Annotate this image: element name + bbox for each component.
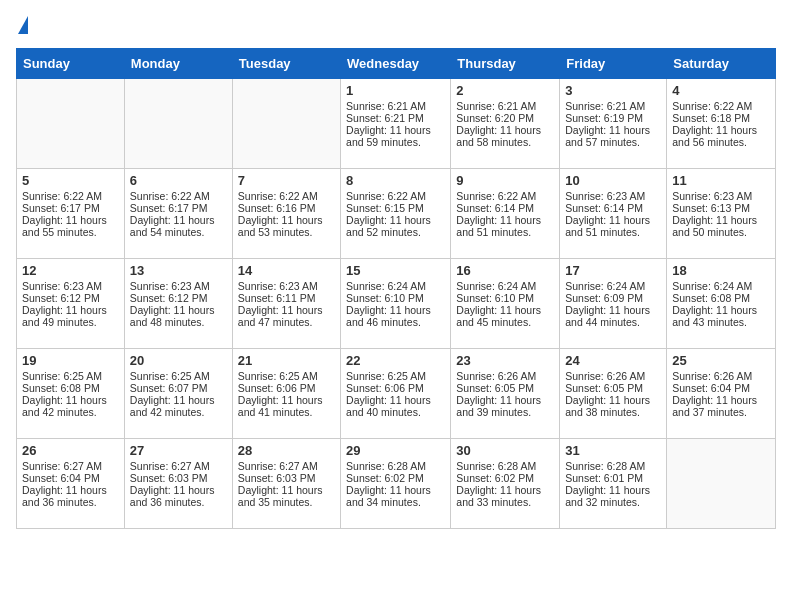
day-info: Daylight: 11 hours and 51 minutes.: [565, 214, 661, 238]
day-info: Daylight: 11 hours and 57 minutes.: [565, 124, 661, 148]
calendar-cell: 20Sunrise: 6:25 AMSunset: 6:07 PMDayligh…: [124, 349, 232, 439]
day-info: Sunrise: 6:28 AM: [456, 460, 554, 472]
calendar-cell: 8Sunrise: 6:22 AMSunset: 6:15 PMDaylight…: [341, 169, 451, 259]
day-info: Sunrise: 6:24 AM: [346, 280, 445, 292]
logo-triangle-icon: [18, 16, 28, 34]
day-info: Sunset: 6:17 PM: [22, 202, 119, 214]
day-info: Sunrise: 6:27 AM: [22, 460, 119, 472]
day-info: Sunset: 6:08 PM: [672, 292, 770, 304]
day-info: Daylight: 11 hours and 34 minutes.: [346, 484, 445, 508]
day-header-tuesday: Tuesday: [232, 49, 340, 79]
day-number: 9: [456, 173, 554, 188]
day-info: Sunrise: 6:23 AM: [672, 190, 770, 202]
day-number: 16: [456, 263, 554, 278]
day-info: Daylight: 11 hours and 56 minutes.: [672, 124, 770, 148]
day-info: Sunset: 6:02 PM: [456, 472, 554, 484]
day-info: Sunrise: 6:27 AM: [130, 460, 227, 472]
day-info: Sunrise: 6:24 AM: [672, 280, 770, 292]
day-info: Daylight: 11 hours and 42 minutes.: [130, 394, 227, 418]
day-info: Daylight: 11 hours and 44 minutes.: [565, 304, 661, 328]
day-info: Sunset: 6:12 PM: [22, 292, 119, 304]
calendar-cell: 14Sunrise: 6:23 AMSunset: 6:11 PMDayligh…: [232, 259, 340, 349]
day-number: 12: [22, 263, 119, 278]
day-info: Sunset: 6:14 PM: [565, 202, 661, 214]
day-info: Sunrise: 6:23 AM: [238, 280, 335, 292]
day-header-thursday: Thursday: [451, 49, 560, 79]
day-info: Daylight: 11 hours and 51 minutes.: [456, 214, 554, 238]
logo: [16, 16, 28, 36]
day-info: Daylight: 11 hours and 36 minutes.: [22, 484, 119, 508]
calendar-cell: 19Sunrise: 6:25 AMSunset: 6:08 PMDayligh…: [17, 349, 125, 439]
day-number: 30: [456, 443, 554, 458]
day-info: Daylight: 11 hours and 38 minutes.: [565, 394, 661, 418]
day-number: 14: [238, 263, 335, 278]
day-number: 15: [346, 263, 445, 278]
day-number: 2: [456, 83, 554, 98]
day-number: 8: [346, 173, 445, 188]
week-row-3: 12Sunrise: 6:23 AMSunset: 6:12 PMDayligh…: [17, 259, 776, 349]
day-info: Sunset: 6:12 PM: [130, 292, 227, 304]
day-info: Sunrise: 6:28 AM: [565, 460, 661, 472]
calendar-table: SundayMondayTuesdayWednesdayThursdayFrid…: [16, 48, 776, 529]
day-number: 3: [565, 83, 661, 98]
day-info: Sunset: 6:08 PM: [22, 382, 119, 394]
day-header-friday: Friday: [560, 49, 667, 79]
week-row-2: 5Sunrise: 6:22 AMSunset: 6:17 PMDaylight…: [17, 169, 776, 259]
day-info: Sunset: 6:21 PM: [346, 112, 445, 124]
day-number: 6: [130, 173, 227, 188]
day-number: 19: [22, 353, 119, 368]
day-info: Daylight: 11 hours and 59 minutes.: [346, 124, 445, 148]
day-info: Sunrise: 6:27 AM: [238, 460, 335, 472]
day-info: Daylight: 11 hours and 52 minutes.: [346, 214, 445, 238]
day-info: Daylight: 11 hours and 39 minutes.: [456, 394, 554, 418]
day-info: Sunrise: 6:24 AM: [456, 280, 554, 292]
day-info: Daylight: 11 hours and 53 minutes.: [238, 214, 335, 238]
calendar-cell: [124, 79, 232, 169]
day-info: Daylight: 11 hours and 35 minutes.: [238, 484, 335, 508]
day-number: 29: [346, 443, 445, 458]
calendar-cell: 27Sunrise: 6:27 AMSunset: 6:03 PMDayligh…: [124, 439, 232, 529]
calendar-cell: 17Sunrise: 6:24 AMSunset: 6:09 PMDayligh…: [560, 259, 667, 349]
day-info: Sunset: 6:04 PM: [22, 472, 119, 484]
day-info: Sunset: 6:18 PM: [672, 112, 770, 124]
day-info: Daylight: 11 hours and 41 minutes.: [238, 394, 335, 418]
day-number: 18: [672, 263, 770, 278]
day-info: Sunrise: 6:22 AM: [456, 190, 554, 202]
day-number: 25: [672, 353, 770, 368]
calendar-cell: 9Sunrise: 6:22 AMSunset: 6:14 PMDaylight…: [451, 169, 560, 259]
day-number: 17: [565, 263, 661, 278]
day-info: Sunrise: 6:25 AM: [238, 370, 335, 382]
day-info: Sunset: 6:10 PM: [346, 292, 445, 304]
day-info: Sunset: 6:14 PM: [456, 202, 554, 214]
day-number: 27: [130, 443, 227, 458]
day-info: Daylight: 11 hours and 32 minutes.: [565, 484, 661, 508]
calendar-cell: 11Sunrise: 6:23 AMSunset: 6:13 PMDayligh…: [667, 169, 776, 259]
day-info: Daylight: 11 hours and 45 minutes.: [456, 304, 554, 328]
day-info: Sunrise: 6:22 AM: [238, 190, 335, 202]
calendar-cell: 12Sunrise: 6:23 AMSunset: 6:12 PMDayligh…: [17, 259, 125, 349]
day-info: Daylight: 11 hours and 42 minutes.: [22, 394, 119, 418]
day-info: Sunrise: 6:26 AM: [456, 370, 554, 382]
day-number: 20: [130, 353, 227, 368]
day-info: Sunset: 6:17 PM: [130, 202, 227, 214]
day-info: Daylight: 11 hours and 43 minutes.: [672, 304, 770, 328]
day-number: 11: [672, 173, 770, 188]
day-header-monday: Monday: [124, 49, 232, 79]
day-number: 5: [22, 173, 119, 188]
day-info: Sunset: 6:03 PM: [130, 472, 227, 484]
day-info: Sunset: 6:20 PM: [456, 112, 554, 124]
calendar-cell: 22Sunrise: 6:25 AMSunset: 6:06 PMDayligh…: [341, 349, 451, 439]
calendar-cell: 2Sunrise: 6:21 AMSunset: 6:20 PMDaylight…: [451, 79, 560, 169]
day-number: 21: [238, 353, 335, 368]
day-info: Sunset: 6:06 PM: [238, 382, 335, 394]
calendar-cell: 7Sunrise: 6:22 AMSunset: 6:16 PMDaylight…: [232, 169, 340, 259]
week-row-1: 1Sunrise: 6:21 AMSunset: 6:21 PMDaylight…: [17, 79, 776, 169]
day-number: 4: [672, 83, 770, 98]
day-info: Daylight: 11 hours and 47 minutes.: [238, 304, 335, 328]
day-info: Sunset: 6:03 PM: [238, 472, 335, 484]
page-header: [16, 16, 776, 36]
day-number: 1: [346, 83, 445, 98]
calendar-cell: [17, 79, 125, 169]
day-info: Sunrise: 6:28 AM: [346, 460, 445, 472]
calendar-header-row: SundayMondayTuesdayWednesdayThursdayFrid…: [17, 49, 776, 79]
